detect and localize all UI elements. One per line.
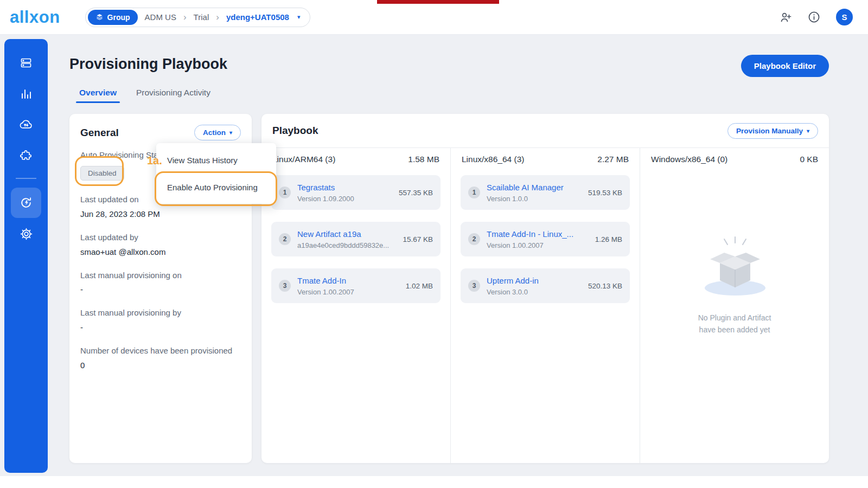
- action-button[interactable]: Action ▾: [194, 125, 241, 140]
- empty-state: No Plugin and Artifact have been added y…: [640, 236, 829, 336]
- field-devices-provisioned: Number of devices have been provisioned …: [80, 345, 241, 370]
- item-name-link[interactable]: New Artifact a19a: [297, 229, 389, 239]
- sidebar-item-devices[interactable]: [13, 50, 39, 76]
- caret-down-icon: ▾: [807, 128, 809, 134]
- item-index-badge: 1: [279, 187, 291, 198]
- caret-down-icon: ▾: [229, 130, 232, 136]
- playbook-item: 3 Upterm Add-in Version 3.0.0 520.13 KB: [461, 268, 630, 303]
- field-label: Last updated by: [80, 232, 241, 243]
- item-size: 520.13 KB: [583, 282, 622, 290]
- bar-chart-icon: [20, 87, 33, 100]
- item-size: 519.53 KB: [583, 189, 622, 197]
- menu-item-view-status-history[interactable]: View Status History: [156, 146, 276, 174]
- chevron-right-icon: ›: [216, 12, 219, 23]
- provision-manually-button[interactable]: Provision Manually ▾: [727, 123, 818, 139]
- item-size: 1.26 MB: [590, 235, 622, 243]
- action-dropdown-menu: View Status History Enable Auto Provisio…: [156, 143, 276, 204]
- item-name-link[interactable]: Upterm Add-in: [487, 276, 539, 285]
- chevron-right-icon: ›: [183, 12, 187, 23]
- info-icon: [807, 10, 821, 24]
- item-index-badge: 1: [468, 187, 480, 198]
- empty-text-line1: No Plugin and Artifact: [698, 312, 771, 324]
- page-title: Provisioning Playbook: [69, 56, 227, 73]
- item-name-link[interactable]: Tmate Add-In: [297, 276, 354, 285]
- top-bar: allxon Group ADM US › Trial › ydeng+UAT0…: [0, 0, 868, 35]
- playbook-item: 1 Scailable AI Manager Version 1.0.0 519…: [461, 175, 630, 210]
- item-name-link[interactable]: Scailable AI Manager: [487, 183, 564, 192]
- group-selector[interactable]: Group: [88, 10, 138, 25]
- column-linux-arm64: Linux/ARM64 (3) 1.58 MB 1 Tegrastats Ver…: [261, 148, 451, 463]
- page: allxon Group ADM US › Trial › ydeng+UAT0…: [0, 0, 868, 488]
- item-name-link[interactable]: Tegrastats: [297, 183, 354, 192]
- breadcrumb-org[interactable]: ADM US: [145, 12, 176, 22]
- menu-item-enable-auto-provisioning[interactable]: Enable Auto Provisioning: [156, 174, 276, 201]
- item-size: 1.02 MB: [400, 282, 433, 290]
- sidebar-item-ota-deployment[interactable]: [13, 112, 39, 138]
- column-linux-x86_64: Linux/x86_64 (3) 2.27 MB 1 Scailable AI …: [451, 148, 640, 463]
- column-total-size: 0 KB: [800, 155, 818, 164]
- sidebar-item-plugins[interactable]: [13, 143, 39, 169]
- sidebar: [4, 39, 48, 473]
- empty-text-line2: have been added yet: [698, 324, 771, 336]
- field-last-manual-provisioning-on: Last manual provisioning on -: [80, 269, 241, 294]
- tabs: Overview Provisioning Activity: [69, 82, 220, 103]
- field-label: Last manual provisioning on: [80, 269, 241, 281]
- top-red-strip: [377, 0, 499, 4]
- topbar-actions: S: [779, 9, 853, 25]
- item-size: 15.67 KB: [397, 235, 433, 243]
- group-label: Group: [107, 13, 130, 22]
- field-value: Jun 28, 2023 2:08 PM: [80, 209, 241, 219]
- item-size: 557.35 KB: [393, 189, 433, 197]
- playbook-item: 1 Tegrastats Version 1.09.2000 557.35 KB: [271, 175, 441, 210]
- caret-down-icon[interactable]: ▾: [297, 14, 301, 21]
- field-value: 0: [80, 361, 241, 370]
- item-index-badge: 3: [468, 280, 480, 292]
- breadcrumb-current-group[interactable]: ydeng+UAT0508: [226, 12, 289, 22]
- field-value: smao+uat @allxon.com: [80, 247, 241, 256]
- field-last-manual-provisioning-by: Last manual provisioning by -: [80, 307, 241, 332]
- field-value: -: [80, 323, 241, 332]
- item-version: Version 1.00.2007: [297, 288, 354, 296]
- sidebar-item-provisioning[interactable]: [11, 188, 41, 218]
- column-header: Linux/ARM64 (3): [272, 155, 335, 164]
- provisioning-icon: [19, 196, 33, 210]
- item-version: Version 3.0.0: [487, 288, 539, 296]
- devices-icon: [20, 56, 33, 69]
- column-total-size: 1.58 MB: [408, 155, 439, 164]
- tab-overview[interactable]: Overview: [69, 82, 126, 103]
- playbook-editor-button[interactable]: Playbook Editor: [741, 55, 829, 77]
- column-total-size: 2.27 MB: [597, 155, 629, 164]
- invite-user-button[interactable]: [779, 11, 792, 24]
- item-index-badge: 2: [279, 233, 291, 245]
- field-last-updated-by: Last updated by smao+uat @allxon.com: [80, 232, 241, 256]
- breadcrumb: Group ADM US › Trial › ydeng+UAT0508 ▾: [85, 8, 311, 27]
- puzzle-icon: [20, 149, 33, 162]
- field-value: -: [80, 285, 241, 294]
- allxon-logo[interactable]: allxon: [10, 8, 60, 27]
- item-index-badge: 3: [279, 280, 291, 292]
- playbook-item: 2 Tmate Add-In - Linux_... Version 1.00.…: [461, 222, 630, 256]
- playbook-item: 2 New Artifact a19a a19ae4e0ced9bddd5983…: [271, 222, 441, 256]
- sidebar-divider: [16, 178, 36, 179]
- person-add-icon: [779, 11, 792, 24]
- layers-icon: [95, 13, 104, 21]
- action-button-label: Action: [203, 129, 226, 137]
- provision-manually-label: Provision Manually: [736, 127, 803, 135]
- column-header: Linux/x86_64 (3): [462, 155, 524, 164]
- item-version: Version 1.00.2007: [487, 241, 573, 249]
- item-name-link[interactable]: Tmate Add-In - Linux_...: [487, 229, 573, 239]
- breadcrumb-plan[interactable]: Trial: [194, 12, 209, 22]
- column-header: Windows/x86_64 (0): [651, 155, 727, 164]
- item-index-badge: 2: [468, 233, 480, 245]
- tab-provisioning-activity[interactable]: Provisioning Activity: [126, 82, 220, 103]
- empty-box-illustration: [694, 236, 775, 298]
- sidebar-item-settings[interactable]: [13, 221, 39, 247]
- field-label: Last manual provisioning by: [80, 307, 241, 319]
- item-version: Version 1.0.0: [487, 195, 564, 203]
- sidebar-item-analytics[interactable]: [13, 81, 39, 107]
- cloud-sync-icon: [19, 118, 33, 132]
- item-version: Version 1.09.2000: [297, 195, 354, 203]
- annotation-1a: 1a.: [147, 155, 162, 167]
- info-button[interactable]: [807, 10, 821, 24]
- user-avatar[interactable]: S: [836, 9, 853, 25]
